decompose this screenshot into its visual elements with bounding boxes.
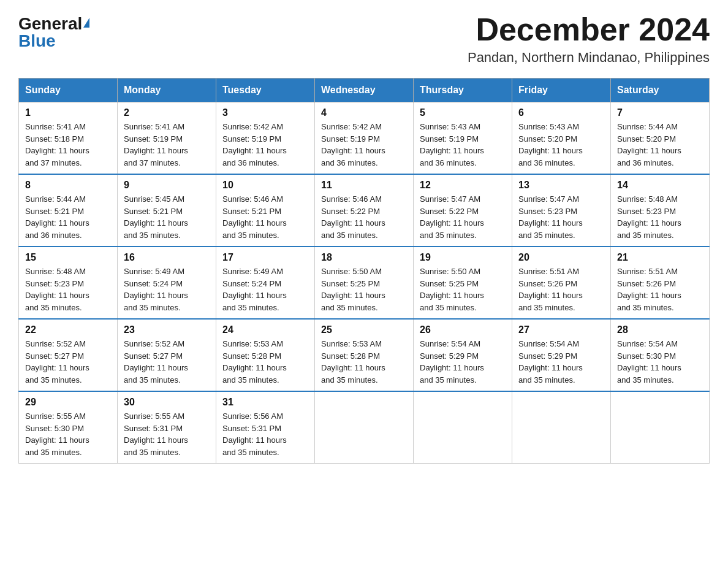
day-number: 30 — [124, 397, 210, 408]
calendar-cell: 21Sunrise: 5:51 AMSunset: 5:26 PMDayligh… — [611, 247, 710, 319]
calendar-cell: 5Sunrise: 5:43 AMSunset: 5:19 PMDaylight… — [414, 102, 512, 175]
day-number: 2 — [124, 107, 210, 118]
day-number: 28 — [617, 324, 703, 335]
day-number: 18 — [321, 252, 407, 263]
calendar-cell: 2Sunrise: 5:41 AMSunset: 5:19 PMDaylight… — [118, 102, 216, 175]
calendar-cell — [414, 391, 512, 464]
day-info: Sunrise: 5:41 AMSunset: 5:19 PMDaylight:… — [124, 121, 210, 169]
logo: General Blue — [18, 12, 89, 50]
calendar-cell: 26Sunrise: 5:54 AMSunset: 5:29 PMDayligh… — [414, 319, 512, 391]
page-header: General Blue December 2024 Pandan, North… — [18, 12, 710, 66]
calendar-cell: 16Sunrise: 5:49 AMSunset: 5:24 PMDayligh… — [118, 247, 216, 319]
week-row-1: 1Sunrise: 5:41 AMSunset: 5:18 PMDaylight… — [19, 102, 710, 175]
calendar-cell: 29Sunrise: 5:55 AMSunset: 5:30 PMDayligh… — [19, 391, 118, 464]
day-number: 23 — [124, 324, 210, 335]
weekday-header-tuesday: Tuesday — [216, 79, 315, 102]
calendar-cell: 20Sunrise: 5:51 AMSunset: 5:26 PMDayligh… — [512, 247, 611, 319]
day-number: 13 — [518, 180, 604, 191]
day-number: 3 — [222, 107, 308, 118]
calendar-cell: 31Sunrise: 5:56 AMSunset: 5:31 PMDayligh… — [216, 391, 315, 464]
day-info: Sunrise: 5:51 AMSunset: 5:26 PMDaylight:… — [617, 266, 703, 313]
day-info: Sunrise: 5:49 AMSunset: 5:24 PMDaylight:… — [124, 266, 210, 313]
day-info: Sunrise: 5:54 AMSunset: 5:29 PMDaylight:… — [518, 338, 604, 386]
day-number: 24 — [222, 324, 308, 335]
day-info: Sunrise: 5:54 AMSunset: 5:30 PMDaylight:… — [617, 338, 703, 386]
day-number: 14 — [617, 180, 703, 191]
day-info: Sunrise: 5:44 AMSunset: 5:20 PMDaylight:… — [617, 121, 703, 169]
day-number: 21 — [617, 252, 703, 263]
day-info: Sunrise: 5:49 AMSunset: 5:24 PMDaylight:… — [222, 266, 308, 313]
logo-triangle-icon — [83, 18, 89, 28]
day-number: 6 — [518, 107, 604, 118]
calendar-cell: 3Sunrise: 5:42 AMSunset: 5:19 PMDaylight… — [216, 102, 315, 175]
day-number: 31 — [222, 397, 308, 408]
calendar-cell: 15Sunrise: 5:48 AMSunset: 5:23 PMDayligh… — [19, 247, 118, 319]
day-number: 5 — [420, 107, 506, 118]
day-number: 4 — [321, 107, 407, 118]
day-info: Sunrise: 5:48 AMSunset: 5:23 PMDaylight:… — [25, 266, 111, 313]
calendar-cell: 17Sunrise: 5:49 AMSunset: 5:24 PMDayligh… — [216, 247, 315, 319]
day-info: Sunrise: 5:53 AMSunset: 5:28 PMDaylight:… — [321, 338, 407, 386]
day-number: 26 — [420, 324, 506, 335]
day-number: 1 — [25, 107, 111, 118]
day-info: Sunrise: 5:51 AMSunset: 5:26 PMDaylight:… — [518, 266, 604, 313]
weekday-header-friday: Friday — [512, 79, 611, 102]
calendar-cell: 22Sunrise: 5:52 AMSunset: 5:27 PMDayligh… — [19, 319, 118, 391]
day-number: 9 — [124, 180, 210, 191]
day-info: Sunrise: 5:47 AMSunset: 5:22 PMDaylight:… — [420, 193, 506, 241]
calendar-cell: 12Sunrise: 5:47 AMSunset: 5:22 PMDayligh… — [414, 174, 512, 247]
day-number: 19 — [420, 252, 506, 263]
calendar-cell — [315, 391, 414, 464]
day-number: 7 — [617, 107, 703, 118]
calendar-cell: 27Sunrise: 5:54 AMSunset: 5:29 PMDayligh… — [512, 319, 611, 391]
calendar-cell: 4Sunrise: 5:42 AMSunset: 5:19 PMDaylight… — [315, 102, 414, 175]
day-number: 8 — [25, 180, 111, 191]
calendar-cell: 28Sunrise: 5:54 AMSunset: 5:30 PMDayligh… — [611, 319, 710, 391]
calendar-cell: 18Sunrise: 5:50 AMSunset: 5:25 PMDayligh… — [315, 247, 414, 319]
calendar-table: SundayMondayTuesdayWednesdayThursdayFrid… — [18, 78, 710, 464]
day-info: Sunrise: 5:52 AMSunset: 5:27 PMDaylight:… — [25, 338, 111, 386]
calendar-cell — [611, 391, 710, 464]
calendar-cell: 9Sunrise: 5:45 AMSunset: 5:21 PMDaylight… — [118, 174, 216, 247]
title-area: December 2024 Pandan, Northern Mindanao,… — [468, 12, 710, 66]
day-info: Sunrise: 5:44 AMSunset: 5:21 PMDaylight:… — [25, 193, 111, 241]
week-row-2: 8Sunrise: 5:44 AMSunset: 5:21 PMDaylight… — [19, 174, 710, 247]
day-info: Sunrise: 5:54 AMSunset: 5:29 PMDaylight:… — [420, 338, 506, 386]
calendar-cell: 25Sunrise: 5:53 AMSunset: 5:28 PMDayligh… — [315, 319, 414, 391]
week-row-3: 15Sunrise: 5:48 AMSunset: 5:23 PMDayligh… — [19, 247, 710, 319]
day-info: Sunrise: 5:47 AMSunset: 5:23 PMDaylight:… — [518, 193, 604, 241]
week-row-4: 22Sunrise: 5:52 AMSunset: 5:27 PMDayligh… — [19, 319, 710, 391]
day-number: 10 — [222, 180, 308, 191]
calendar-cell — [512, 391, 611, 464]
calendar-cell: 11Sunrise: 5:46 AMSunset: 5:22 PMDayligh… — [315, 174, 414, 247]
calendar-cell: 7Sunrise: 5:44 AMSunset: 5:20 PMDaylight… — [611, 102, 710, 175]
weekday-header-sunday: Sunday — [19, 79, 118, 102]
calendar-cell: 30Sunrise: 5:55 AMSunset: 5:31 PMDayligh… — [118, 391, 216, 464]
day-info: Sunrise: 5:43 AMSunset: 5:19 PMDaylight:… — [420, 121, 506, 169]
week-row-5: 29Sunrise: 5:55 AMSunset: 5:30 PMDayligh… — [19, 391, 710, 464]
day-info: Sunrise: 5:42 AMSunset: 5:19 PMDaylight:… — [222, 121, 308, 169]
day-number: 12 — [420, 180, 506, 191]
day-info: Sunrise: 5:55 AMSunset: 5:30 PMDaylight:… — [25, 410, 111, 458]
day-info: Sunrise: 5:42 AMSunset: 5:19 PMDaylight:… — [321, 121, 407, 169]
day-info: Sunrise: 5:46 AMSunset: 5:21 PMDaylight:… — [222, 193, 308, 241]
day-number: 29 — [25, 397, 111, 408]
day-info: Sunrise: 5:41 AMSunset: 5:18 PMDaylight:… — [25, 121, 111, 169]
calendar-cell: 23Sunrise: 5:52 AMSunset: 5:27 PMDayligh… — [118, 319, 216, 391]
calendar-cell: 6Sunrise: 5:43 AMSunset: 5:20 PMDaylight… — [512, 102, 611, 175]
logo-general-text: General — [18, 15, 89, 33]
day-info: Sunrise: 5:55 AMSunset: 5:31 PMDaylight:… — [124, 410, 210, 458]
weekday-header-row: SundayMondayTuesdayWednesdayThursdayFrid… — [19, 79, 710, 102]
day-info: Sunrise: 5:45 AMSunset: 5:21 PMDaylight:… — [124, 193, 210, 241]
day-number: 25 — [321, 324, 407, 335]
day-number: 22 — [25, 324, 111, 335]
day-number: 16 — [124, 252, 210, 263]
weekday-header-monday: Monday — [118, 79, 216, 102]
day-info: Sunrise: 5:52 AMSunset: 5:27 PMDaylight:… — [124, 338, 210, 386]
day-number: 20 — [518, 252, 604, 263]
day-info: Sunrise: 5:50 AMSunset: 5:25 PMDaylight:… — [321, 266, 407, 313]
calendar-cell: 24Sunrise: 5:53 AMSunset: 5:28 PMDayligh… — [216, 319, 315, 391]
day-info: Sunrise: 5:48 AMSunset: 5:23 PMDaylight:… — [617, 193, 703, 241]
weekday-header-wednesday: Wednesday — [315, 79, 414, 102]
location-title: Pandan, Northern Mindanao, Philippines — [468, 50, 710, 66]
